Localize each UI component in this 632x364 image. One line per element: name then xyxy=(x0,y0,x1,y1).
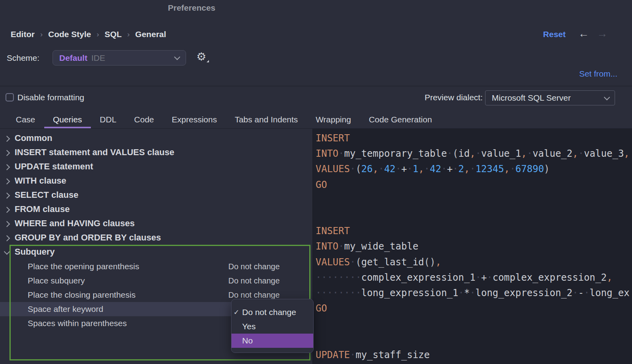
tree-item-where-and-having-clauses[interactable]: WHERE and HAVING clauses xyxy=(0,216,312,231)
code-line: INTO·my_temporary_table·(id,·value_1,·va… xyxy=(316,146,632,161)
code-line: VALUES·(get_last_id(), xyxy=(316,255,632,270)
setting-value-dropdown[interactable]: Do not change xyxy=(228,291,280,300)
chevron-right-icon xyxy=(4,221,10,227)
dropdown-option-label: Yes xyxy=(242,322,256,331)
disable-formatting-label: Disable formatting xyxy=(17,93,84,102)
code-line: GO xyxy=(316,301,632,316)
tree-item-subquery[interactable]: Subquery xyxy=(0,245,312,259)
sql-preview-panel: INSERTINTO·my_temporary_table·(id,·value… xyxy=(312,129,632,364)
tab-expressions[interactable]: Expressions xyxy=(172,111,217,128)
gear-icon[interactable]: ⚙ xyxy=(196,51,206,63)
chevron-right-icon xyxy=(4,193,10,199)
tab-case[interactable]: Case xyxy=(16,111,35,128)
tab-tabs-and-indents[interactable]: Tabs and Indents xyxy=(235,111,298,128)
dropdown-option-no[interactable]: No xyxy=(231,334,313,348)
sql-preview-code: INSERTINTO·my_temporary_table·(id,·value… xyxy=(316,131,632,363)
breadcrumb-separator: › xyxy=(97,30,99,39)
preview-dialect-label: Preview dialect: xyxy=(425,93,483,102)
set-from-link[interactable]: Set from... xyxy=(579,69,617,79)
tree-item-with-clause[interactable]: WITH clause xyxy=(0,174,312,188)
setting-row-place-the-opening-parenthesis[interactable]: Place the opening parenthesisDo not chan… xyxy=(0,259,312,274)
tree-item-label: WHERE and HAVING clauses xyxy=(15,218,135,229)
tree-item-select-clause[interactable]: SELECT clause xyxy=(0,188,312,202)
breadcrumb-separator: › xyxy=(40,30,43,39)
chevron-down-icon xyxy=(4,249,10,255)
tree-item-label: UPDATE statement xyxy=(15,161,93,172)
scheme-dropdown[interactable]: Default IDE xyxy=(53,50,186,66)
dropdown-option-do-not-change[interactable]: ✓Do not change xyxy=(231,305,313,319)
preferences-window: Preferences Editor›Code Style›SQL›Genera… xyxy=(0,0,632,364)
gear-glyph: ⚙ xyxy=(196,51,206,63)
tab-bar: CaseQueriesDDLCodeExpressionsTabs and In… xyxy=(16,111,432,128)
setting-row-place-subquery[interactable]: Place subqueryDo not change xyxy=(0,274,312,288)
code-line xyxy=(316,208,632,223)
tab-code-generation[interactable]: Code Generation xyxy=(369,111,432,128)
check-icon: ✓ xyxy=(233,308,242,317)
tree-item-update-statement[interactable]: UPDATE statement xyxy=(0,159,312,174)
code-line: GO xyxy=(316,177,632,193)
code-line: ········long_expression_1·*·long_express… xyxy=(316,285,632,301)
tree-item-common[interactable]: Common xyxy=(0,131,312,145)
chevron-right-icon xyxy=(4,178,10,185)
tree-item-label: Subquery xyxy=(15,247,55,257)
dropdown-option-label: Do not change xyxy=(242,308,296,317)
tree-item-from-clause[interactable]: FROM clause xyxy=(0,202,312,216)
chevron-right-icon xyxy=(4,164,10,171)
code-line: INSERT xyxy=(316,223,632,239)
chevron-right-icon xyxy=(4,150,10,156)
setting-label: Place the opening parenthesis xyxy=(28,262,139,271)
setting-label: Spaces within parentheses xyxy=(28,319,127,328)
breadcrumb-item-editor[interactable]: Editor xyxy=(11,30,35,39)
code-line xyxy=(316,316,632,332)
value-dropdown-popup: ✓Do not changeYesNo xyxy=(231,299,314,353)
code-line: INSERT xyxy=(316,131,632,146)
scheme-label: Scheme: xyxy=(7,53,40,63)
tab-code[interactable]: Code xyxy=(134,111,154,128)
dropdown-option-label: No xyxy=(242,336,253,345)
breadcrumb: Editor›Code Style›SQL›General xyxy=(11,30,166,39)
reset-button[interactable]: Reset xyxy=(543,30,566,39)
breadcrumb-item-code-style[interactable]: Code Style xyxy=(48,30,91,39)
code-line: UPDATE·my_staff_size xyxy=(316,347,632,363)
tree-item-label: SELECT clause xyxy=(15,190,78,200)
chevron-right-icon xyxy=(4,207,10,213)
setting-label: Place the closing parenthesis xyxy=(28,290,135,300)
scheme-value-suffix: IDE xyxy=(91,53,105,63)
chevron-down-icon xyxy=(174,54,181,60)
tree-item-label: FROM clause xyxy=(15,204,70,214)
tree-item-group-by-and-order-by-clauses[interactable]: GROUP BY and ORDER BY clauses xyxy=(0,231,312,245)
preview-dialect-value: Microsoft SQL Server xyxy=(492,93,571,103)
tree-item-label: Common xyxy=(15,133,52,143)
tree-item-label: INSERT statement and VALUES clause xyxy=(15,147,174,158)
tree: CommonINSERT statement and VALUES clause… xyxy=(0,131,312,259)
breadcrumb-separator: › xyxy=(127,30,130,39)
chevron-down-icon xyxy=(604,94,610,100)
code-line: INTO·my_wide_table xyxy=(316,239,632,254)
chevron-right-icon xyxy=(4,235,10,242)
divider xyxy=(0,86,632,86)
gear-dropdown-corner-icon xyxy=(207,60,209,62)
dropdown-option-yes[interactable]: Yes xyxy=(231,319,313,334)
tree-item-insert-statement-and-values-clause[interactable]: INSERT statement and VALUES clause xyxy=(0,145,312,159)
page-title: Preferences xyxy=(168,3,215,13)
tree-item-label: WITH clause xyxy=(15,176,66,186)
tab-wrapping[interactable]: Wrapping xyxy=(316,111,351,128)
breadcrumb-item-general[interactable]: General xyxy=(135,30,166,39)
code-line: ········complex_expression_1·+·complex_e… xyxy=(316,270,632,285)
preview-dialect-dropdown[interactable]: Microsoft SQL Server xyxy=(485,90,615,105)
setting-value-dropdown[interactable]: Do not change xyxy=(228,276,280,285)
tree-item-label: GROUP BY and ORDER BY clauses xyxy=(15,233,161,243)
code-line: VALUES·(26,·42·+·1,·42·+·2,·12345,·67890… xyxy=(316,161,632,177)
code-line xyxy=(316,193,632,208)
breadcrumb-item-sql[interactable]: SQL xyxy=(105,30,122,39)
tab-ddl[interactable]: DDL xyxy=(100,111,117,128)
back-arrow-icon[interactable]: ← xyxy=(578,28,589,40)
setting-value-dropdown[interactable]: Do not change xyxy=(228,262,280,271)
disable-formatting-checkbox[interactable] xyxy=(6,93,14,101)
setting-label: Space after keyword xyxy=(28,304,103,314)
setting-label: Place subquery xyxy=(28,276,85,285)
forward-arrow-icon[interactable]: → xyxy=(597,28,608,40)
tab-queries[interactable]: Queries xyxy=(53,111,82,128)
chevron-right-icon xyxy=(4,136,10,142)
scheme-value: Default xyxy=(59,53,87,63)
